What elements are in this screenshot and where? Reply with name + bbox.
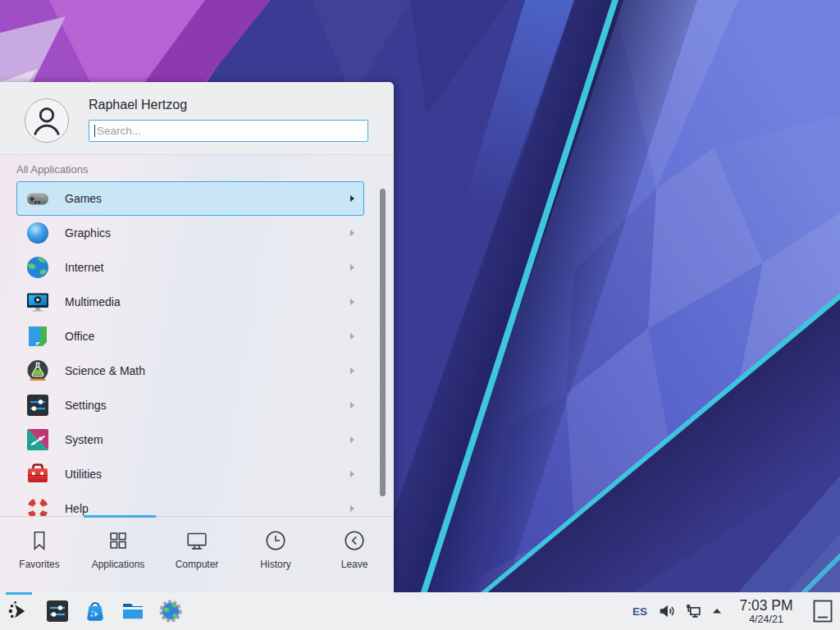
expand-up-icon[interactable] bbox=[710, 605, 724, 618]
category-label: Office bbox=[65, 330, 94, 343]
category-label: System bbox=[65, 433, 103, 446]
category-row-help[interactable]: Help bbox=[16, 491, 364, 516]
search-input[interactable] bbox=[89, 120, 368, 142]
submenu-arrow-icon bbox=[350, 471, 354, 477]
category-label: Help bbox=[65, 502, 89, 515]
tab-history[interactable]: History bbox=[236, 517, 315, 592]
category-label: Settings bbox=[65, 399, 107, 412]
submenu-arrow-icon bbox=[350, 195, 354, 202]
system-tray: ES 7:03 PM 4/24/21 bbox=[630, 592, 840, 630]
category-label: Science & Math bbox=[65, 364, 145, 377]
category-row-games[interactable]: Games bbox=[16, 181, 364, 216]
clock-date: 4/24/21 bbox=[730, 614, 802, 625]
toolbox-icon bbox=[25, 461, 51, 487]
leave-icon bbox=[342, 528, 367, 553]
section-label: All Applications bbox=[16, 163, 88, 176]
digital-clock[interactable]: 7:03 PM 4/24/21 bbox=[730, 598, 802, 625]
tray-icons bbox=[658, 602, 730, 620]
submenu-arrow-icon bbox=[350, 436, 354, 443]
tab-applications[interactable]: Applications bbox=[79, 517, 158, 592]
network-wired-icon[interactable] bbox=[684, 602, 702, 620]
category-label: Internet bbox=[65, 261, 103, 274]
launcher-footer: FavoritesApplicationsComputerHistoryLeav… bbox=[0, 516, 394, 592]
system-settings-taskbar-button[interactable] bbox=[44, 598, 71, 624]
web-browser-taskbar-button[interactable] bbox=[158, 598, 184, 624]
category-list: GamesGraphicsInternetMultimediaOfficeSci… bbox=[16, 181, 364, 516]
submenu-arrow-icon bbox=[350, 264, 354, 271]
sliders-icon bbox=[25, 392, 51, 418]
gamepad-icon bbox=[25, 185, 51, 212]
submenu-arrow-icon bbox=[350, 299, 354, 305]
category-label: Games bbox=[65, 192, 102, 205]
bookmark-icon bbox=[27, 528, 52, 553]
document-icon bbox=[25, 323, 51, 349]
footer-tabs: FavoritesApplicationsComputerHistoryLeav… bbox=[0, 517, 394, 592]
clock-time: 7:03 PM bbox=[730, 598, 802, 614]
tab-label: Favorites bbox=[19, 559, 59, 570]
application-launcher-menu: Raphael Hertzog All Applications GamesGr… bbox=[0, 82, 394, 592]
user-icon bbox=[25, 99, 68, 142]
system-sliders-icon bbox=[25, 427, 51, 453]
category-row-settings[interactable]: Settings bbox=[16, 388, 364, 422]
category-row-office[interactable]: Office bbox=[16, 319, 364, 354]
submenu-arrow-icon bbox=[350, 230, 354, 236]
lifebuoy-icon bbox=[25, 495, 51, 516]
tab-label: Applications bbox=[92, 559, 145, 570]
sphere-icon bbox=[25, 220, 51, 246]
active-tab-indicator bbox=[84, 515, 156, 518]
tab-label: Computer bbox=[176, 559, 219, 570]
discover-taskbar-button[interactable] bbox=[82, 598, 108, 624]
flask-icon bbox=[25, 358, 51, 384]
dolphin-taskbar-button[interactable] bbox=[120, 598, 146, 624]
category-row-utilities[interactable]: Utilities bbox=[16, 457, 364, 491]
tab-label: Leave bbox=[341, 559, 368, 570]
submenu-arrow-icon bbox=[350, 402, 354, 409]
grid-icon bbox=[106, 528, 130, 553]
launcher-header: Raphael Hertzog bbox=[0, 82, 394, 155]
category-label: Graphics bbox=[65, 226, 111, 240]
category-label: Utilities bbox=[65, 468, 102, 481]
user-name: Raphael Hertzog bbox=[89, 98, 187, 112]
launcher-button[interactable] bbox=[5, 592, 33, 630]
clock-icon bbox=[263, 528, 288, 553]
tab-label: History bbox=[260, 559, 290, 570]
user-avatar[interactable] bbox=[25, 98, 69, 143]
category-row-internet[interactable]: Internet bbox=[16, 250, 364, 285]
taskbar: ES 7:03 PM 4/24/21 bbox=[0, 592, 840, 630]
monitor-play-icon bbox=[25, 289, 51, 315]
category-row-science-math[interactable]: Science & Math bbox=[16, 354, 364, 388]
category-row-multimedia[interactable]: Multimedia bbox=[16, 285, 364, 319]
show-desktop-button[interactable] bbox=[812, 592, 833, 630]
submenu-arrow-icon bbox=[350, 505, 354, 512]
submenu-arrow-icon bbox=[350, 333, 354, 340]
category-row-system[interactable]: System bbox=[16, 422, 364, 457]
scrollbar[interactable] bbox=[380, 189, 386, 496]
submenu-arrow-icon bbox=[350, 368, 354, 374]
volume-icon[interactable] bbox=[658, 602, 676, 620]
computer-icon bbox=[185, 528, 209, 553]
show-desktop-icon bbox=[813, 600, 833, 623]
tab-favorites[interactable]: Favorites bbox=[0, 517, 79, 592]
category-label: Multimedia bbox=[65, 295, 121, 308]
tab-computer[interactable]: Computer bbox=[158, 517, 236, 592]
globe-icon bbox=[25, 254, 51, 281]
keyboard-layout-indicator[interactable]: ES bbox=[630, 605, 650, 618]
tab-leave[interactable]: Leave bbox=[315, 517, 394, 592]
pinned-apps bbox=[33, 598, 184, 624]
desktop: Raphael Hertzog All Applications GamesGr… bbox=[0, 0, 840, 630]
category-row-graphics[interactable]: Graphics bbox=[16, 216, 364, 250]
